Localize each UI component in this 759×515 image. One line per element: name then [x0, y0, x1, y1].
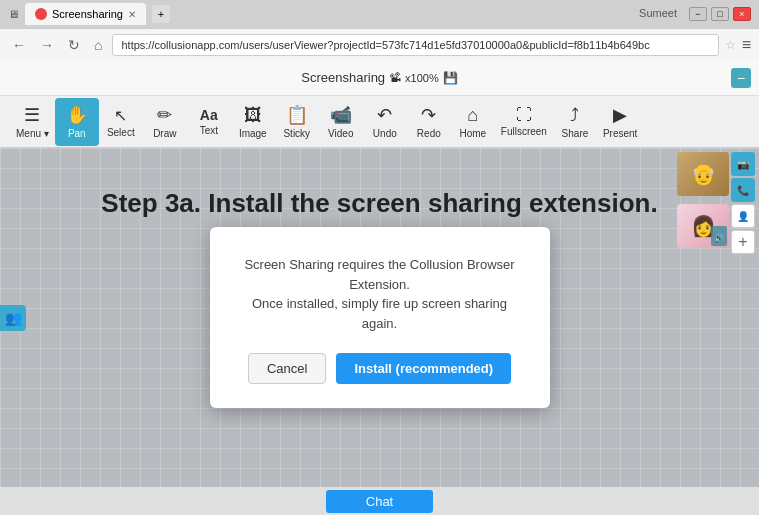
tab-close-button[interactable]: ✕ — [128, 9, 136, 20]
home-icon: ⌂ — [467, 105, 478, 126]
tab-favicon — [35, 8, 47, 20]
tool-menu[interactable]: ☰ Menu ▾ — [10, 98, 55, 146]
bookmark-icon[interactable]: ☆ — [725, 38, 736, 52]
browser-tab[interactable]: Screensharing ✕ — [25, 3, 146, 25]
phone-panel-button[interactable]: 📞 — [731, 178, 755, 202]
refresh-button[interactable]: ↻ — [64, 35, 84, 55]
redo-label: Redo — [417, 128, 441, 139]
image-label: Image — [239, 128, 267, 139]
fullscreen-label: Fullscreen — [501, 126, 547, 137]
tab-label: Screensharing — [52, 8, 123, 20]
chat-button[interactable]: Chat — [326, 490, 433, 513]
select-label: Select — [107, 127, 135, 138]
sticky-label: Sticky — [283, 128, 310, 139]
save-icon[interactable]: 💾 — [443, 71, 458, 85]
modal-dialog: Screen Sharing requires the Collusion Br… — [210, 227, 550, 408]
user-label: Sumeet — [639, 7, 677, 21]
video-call-icon: 📷 — [737, 159, 749, 170]
tool-text[interactable]: Aa Text — [187, 98, 231, 146]
phone-icon: 📞 — [737, 185, 749, 196]
right-panel-row2: 👩 🔊 👤 + — [677, 204, 755, 254]
close-button[interactable]: × — [733, 7, 751, 21]
text-icon: Aa — [200, 107, 218, 123]
right-panel-icons2: 👤 + — [731, 204, 755, 254]
modal-message-line2: Once installed, simply fire up screen sh… — [252, 296, 507, 331]
people-icon: 👥 — [5, 310, 22, 326]
zoom-level: x100% — [405, 72, 439, 84]
modal-overlay: Screen Sharing requires the Collusion Br… — [0, 148, 759, 487]
thumbnail-marilyn: 👩 🔊 — [677, 204, 729, 248]
user-icon: 👤 — [737, 211, 749, 222]
tool-redo[interactable]: ↷ Redo — [407, 98, 451, 146]
pan-icon: ✋ — [66, 104, 88, 126]
tool-undo[interactable]: ↶ Undo — [363, 98, 407, 146]
modal-buttons: Cancel Install (recommended) — [240, 353, 520, 384]
present-icon: ▶ — [613, 104, 627, 126]
video-panel-button[interactable]: 📷 — [731, 152, 755, 176]
new-tab-button[interactable]: + — [152, 5, 170, 23]
undo-label: Undo — [373, 128, 397, 139]
tool-image[interactable]: 🖼 Image — [231, 98, 275, 146]
canvas-area: Step 3a. Install the screen sharing exte… — [0, 148, 759, 487]
present-label: Present — [603, 128, 637, 139]
tool-pan[interactable]: ✋ Pan — [55, 98, 99, 146]
tool-select[interactable]: ↖ Select — [99, 98, 143, 146]
toolbar-right: − — [731, 68, 751, 88]
cancel-button[interactable]: Cancel — [248, 353, 326, 384]
add-participant-button[interactable]: + — [731, 230, 755, 254]
draw-icon: ✏ — [157, 104, 172, 126]
right-panel-icons: 📷 📞 — [731, 152, 755, 202]
title-bar-left: 🖥 Screensharing ✕ + — [8, 3, 170, 25]
app-title: Screensharing — [301, 70, 385, 85]
redo-icon: ↷ — [421, 104, 436, 126]
home-nav-button[interactable]: ⌂ — [90, 35, 106, 55]
right-panel-row1: 👴 📷 📞 — [677, 152, 755, 202]
right-panel: 👴 📷 📞 👩 🔊 — [699, 148, 759, 258]
text-label: Text — [200, 125, 218, 136]
tool-video[interactable]: 📹 Video — [319, 98, 363, 146]
undo-icon: ↶ — [377, 104, 392, 126]
tab-icon: 🖥 — [8, 8, 19, 20]
minimize-button[interactable]: − — [689, 7, 707, 21]
share-label: Share — [562, 128, 589, 139]
bottom-bar: Chat — [0, 487, 759, 515]
thumbnail-einstein: 👴 — [677, 152, 729, 196]
image-icon: 🖼 — [244, 105, 262, 126]
install-button[interactable]: Install (recommended) — [336, 353, 511, 384]
collapse-button[interactable]: − — [731, 68, 751, 88]
person-icon-btn[interactable]: 👤 — [731, 204, 755, 228]
app-toolbar: Screensharing 📽 x100% 💾 − — [0, 60, 759, 96]
tool-present[interactable]: ▶ Present — [597, 98, 643, 146]
select-icon: ↖ — [114, 106, 127, 125]
window-controls: Sumeet − □ × — [639, 7, 751, 21]
tool-sticky[interactable]: 📋 Sticky — [275, 98, 319, 146]
tool-home[interactable]: ⌂ Home — [451, 98, 495, 146]
pan-label: Pan — [68, 128, 86, 139]
address-input[interactable] — [112, 34, 718, 56]
tool-draw[interactable]: ✏ Draw — [143, 98, 187, 146]
modal-message-line1: Screen Sharing requires the Collusion Br… — [244, 257, 514, 292]
speaker-icon: 🔊 — [714, 234, 724, 243]
maximize-button[interactable]: □ — [711, 7, 729, 21]
title-bar: 🖥 Screensharing ✕ + Sumeet − □ × — [0, 0, 759, 28]
tool-share[interactable]: ⤴ Share — [553, 98, 597, 146]
screenshare-icon: 📽 — [389, 71, 401, 85]
menu-label: Menu ▾ — [16, 128, 49, 139]
draw-label: Draw — [153, 128, 176, 139]
sticky-icon: 📋 — [286, 104, 308, 126]
tool-fullscreen[interactable]: ⛶ Fullscreen — [495, 98, 553, 146]
browser-menu-icon[interactable]: ≡ — [742, 36, 751, 54]
menu-icon: ☰ — [24, 104, 40, 126]
add-icon: + — [738, 233, 747, 251]
left-panel-icon[interactable]: 👥 — [0, 305, 26, 331]
address-bar: ← → ↻ ⌂ ☆ ≡ — [0, 28, 759, 60]
tool-bar: ☰ Menu ▾ ✋ Pan ↖ Select ✏ Draw Aa Text 🖼… — [0, 96, 759, 148]
fullscreen-icon: ⛶ — [516, 106, 532, 124]
home-label: Home — [459, 128, 486, 139]
video-icon: 📹 — [330, 104, 352, 126]
modal-message: Screen Sharing requires the Collusion Br… — [240, 255, 520, 333]
video-label: Video — [328, 128, 353, 139]
share-icon: ⤴ — [570, 105, 579, 126]
back-button[interactable]: ← — [8, 35, 30, 55]
forward-button[interactable]: → — [36, 35, 58, 55]
